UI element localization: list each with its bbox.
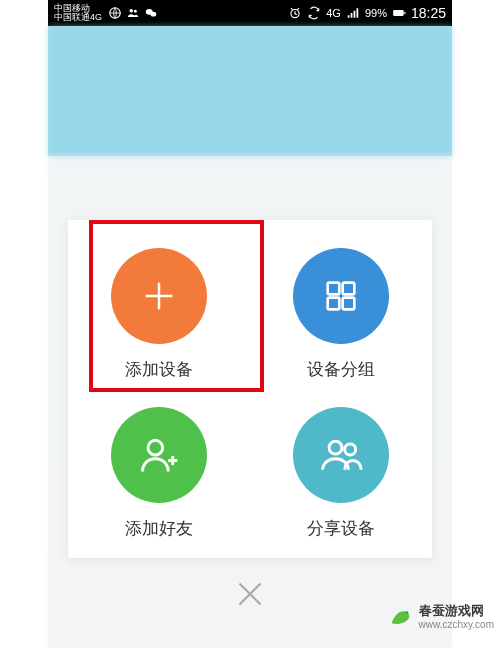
action-device-group[interactable]: 设备分组 [250,248,432,381]
action-share-device[interactable]: 分享设备 [250,407,432,540]
svg-point-13 [329,441,342,454]
watermark-name: 春蚕游戏网 [419,603,484,618]
svg-rect-6 [393,10,404,16]
action-label: 添加设备 [125,358,193,381]
action-add-friend[interactable]: 添加好友 [68,407,250,540]
action-label: 设备分组 [307,358,375,381]
watermark-url: www.czchxy.com [419,620,494,630]
android-status-bar: 中国移动 中国联通4G 4G [48,0,452,26]
svg-point-1 [130,9,134,12]
battery-percent: 99% [365,7,387,19]
svg-rect-10 [328,298,340,310]
action-sheet: 添加设备 设备分组 添加好友 分享设备 [68,220,432,558]
close-button[interactable] [232,576,268,612]
svg-point-2 [134,10,137,13]
plus-icon [111,248,207,344]
svg-rect-11 [343,298,355,310]
browser-icon [108,6,122,20]
watermark-logo-icon [387,602,415,630]
add-friend-icon [111,407,207,503]
signal-type: 4G [326,7,341,19]
sync-icon [307,6,321,20]
watermark: 春蚕游戏网 www.czchxy.com [387,602,494,630]
svg-point-12 [148,440,163,455]
svg-point-14 [345,444,356,455]
action-add-device[interactable]: 添加设备 [68,248,250,381]
people-icon [126,6,140,20]
svg-point-4 [150,12,156,17]
carrier-2: 中国联通4G [54,13,102,22]
signal-strength-icon [346,6,360,20]
group-icon [293,407,389,503]
svg-point-15 [405,611,408,614]
action-label: 添加好友 [125,517,193,540]
clock-time: 18:25 [411,5,446,21]
wechat-icon [144,6,158,20]
battery-icon [392,6,406,20]
svg-rect-7 [404,12,405,14]
grid-icon [293,248,389,344]
svg-rect-8 [328,283,340,295]
svg-rect-9 [343,283,355,295]
alarm-icon [288,6,302,20]
action-label: 分享设备 [307,517,375,540]
